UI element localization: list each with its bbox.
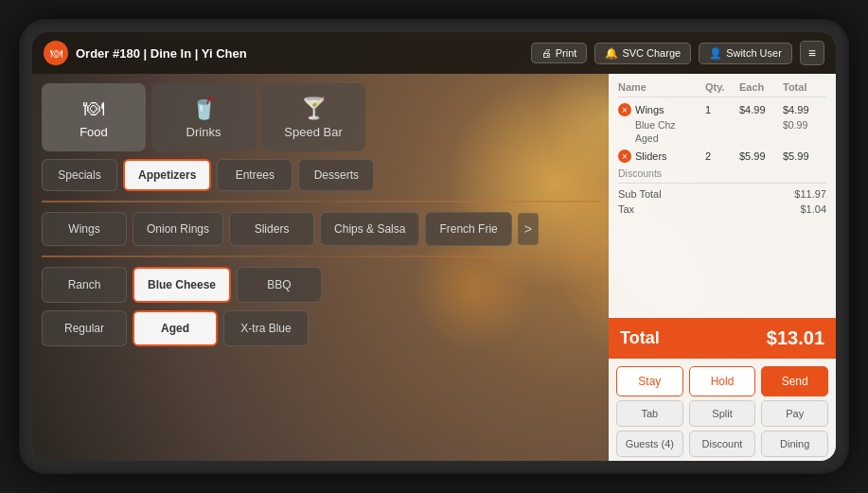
discount-label: Discount xyxy=(702,438,743,449)
tax-value: $1.04 xyxy=(800,203,826,215)
sliders-qty: 2 xyxy=(705,150,739,162)
logo-icon: 🍽 xyxy=(50,46,62,61)
subtotal-row: Sub Total $11.97 xyxy=(618,186,826,202)
subcategory-specials[interactable]: Specials xyxy=(42,159,117,191)
modifier-aged[interactable]: Aged xyxy=(133,310,218,346)
tax-label: Tax xyxy=(618,203,634,215)
order-info: Order #180 | Dine In | Yi Chen xyxy=(76,46,523,61)
dining-label: Dining xyxy=(780,438,809,449)
hold-button[interactable]: Hold xyxy=(689,366,756,396)
speedbar-label: Speed Bar xyxy=(284,125,342,139)
bluechz-name: Blue Chz xyxy=(635,119,783,131)
bluechz-price: $0.99 xyxy=(783,119,826,131)
speedbar-icon: 🍸 xyxy=(301,97,327,121)
sliders-name-cell: × Sliders xyxy=(618,150,705,163)
tablet-screen: 🍽 Order #180 | Dine In | Yi Chen 🖨 Print… xyxy=(32,32,836,461)
item-onion-rings[interactable]: Onion Rings xyxy=(133,212,223,246)
item-wings[interactable]: Wings xyxy=(42,212,127,246)
order-separator: | xyxy=(144,46,151,61)
order-item-wings: × Wings 1 $4.99 $4.99 xyxy=(618,101,826,118)
tab-label: Tab xyxy=(641,408,658,419)
guests-button[interactable]: Guests (4) xyxy=(616,431,683,457)
order-table-header: Name Qty. Each Total xyxy=(618,81,826,97)
right-panel: Name Qty. Each Total × Wings 1 $4.99 $4. xyxy=(609,74,836,461)
discount-button[interactable]: Discount xyxy=(689,431,756,457)
stay-label: Stay xyxy=(638,375,661,388)
drinks-label: Drinks xyxy=(186,125,221,139)
svc-charge-button[interactable]: 🔔 SVC Charge xyxy=(594,43,691,64)
order-table: Name Qty. Each Total × Wings 1 $4.99 $4. xyxy=(609,74,836,318)
order-number: 180 xyxy=(119,46,140,61)
modifier-ranch[interactable]: Ranch xyxy=(42,267,127,303)
stay-button[interactable]: Stay xyxy=(616,366,683,396)
drinks-icon: 🥤 xyxy=(191,97,217,121)
food-icon: 🍽 xyxy=(83,97,104,121)
item-chips-salsa[interactable]: Chips & Salsa xyxy=(320,212,419,246)
separator-2 xyxy=(42,255,599,257)
bottom-buttons-row2: Guests (4) Discount Dining xyxy=(609,431,836,461)
item-french-fries[interactable]: French Frie xyxy=(425,212,511,246)
hamburger-icon: ≡ xyxy=(808,45,816,61)
category-drinks[interactable]: 🥤 Drinks xyxy=(151,83,256,151)
category-speedbar[interactable]: 🍸 Speed Bar xyxy=(261,83,365,151)
item-sliders[interactable]: Sliders xyxy=(229,212,314,246)
remove-wings-button[interactable]: × xyxy=(618,103,631,116)
modifier-blue-cheese[interactable]: Blue Cheese xyxy=(133,267,231,303)
dining-button[interactable]: Dining xyxy=(761,431,828,457)
subcategory-appetizers[interactable]: Appetizers xyxy=(123,159,211,191)
switch-user-button[interactable]: 👤 Switch User xyxy=(699,43,792,64)
print-icon: 🖨 xyxy=(541,47,552,59)
wings-name-cell: × Wings xyxy=(618,103,705,116)
food-label: Food xyxy=(80,125,108,139)
app-logo: 🍽 xyxy=(44,41,68,65)
aged-name: Aged xyxy=(635,132,659,144)
bell-icon: 🔔 xyxy=(605,47,618,60)
wings-total: $4.99 xyxy=(783,104,826,115)
print-label: Print xyxy=(556,47,577,59)
separator-1 xyxy=(42,201,599,202)
wings-qty: 1 xyxy=(705,104,739,115)
modifier-xtra-blue[interactable]: X-tra Blue xyxy=(223,310,309,346)
modifier-style-row: Regular Aged X-tra Blue xyxy=(42,310,599,346)
remove-sliders-button[interactable]: × xyxy=(618,150,631,163)
category-tabs: 🍽 Food 🥤 Drinks 🍸 Speed Bar xyxy=(42,83,599,151)
col-total: Total xyxy=(783,81,826,93)
sliders-name: Sliders xyxy=(635,150,667,162)
tab-button[interactable]: Tab xyxy=(616,400,683,427)
order-type: Dine In xyxy=(151,46,191,61)
wings-mod-aged: Aged xyxy=(618,132,826,145)
header-bar: 🍽 Order #180 | Dine In | Yi Chen 🖨 Print… xyxy=(32,32,836,74)
action-buttons-row: Stay Hold Send xyxy=(609,359,836,400)
items-row: Wings Onion Rings Sliders Chips & Salsa … xyxy=(42,212,599,246)
subcategory-desserts[interactable]: Desserts xyxy=(298,159,374,191)
category-food[interactable]: 🍽 Food xyxy=(42,83,146,151)
order-label: Order # xyxy=(76,46,119,61)
tax-row: Tax $1.04 xyxy=(618,202,826,217)
menu-button[interactable]: ≡ xyxy=(800,41,824,65)
total-label: Total xyxy=(620,328,660,348)
tablet-frame: 🍽 Order #180 | Dine In | Yi Chen 🖨 Print… xyxy=(19,19,849,474)
hold-label: Hold xyxy=(711,375,735,388)
subtotal-label: Sub Total xyxy=(618,188,662,200)
scroll-right-arrow[interactable]: > xyxy=(518,213,539,245)
order-item-sliders: × Sliders 2 $5.99 $5.99 xyxy=(618,148,826,165)
wings-mod-bluechz: Blue Chz $0.99 xyxy=(618,118,826,132)
send-button[interactable]: Send xyxy=(761,366,828,396)
subcategory-row: Specials Appetizers Entrees Desserts xyxy=(42,159,599,191)
subcategory-entrees[interactable]: Entrees xyxy=(217,159,292,191)
modifier-bbq[interactable]: BBQ xyxy=(237,267,322,303)
print-button[interactable]: 🖨 Print xyxy=(531,43,588,63)
order-user: Yi Chen xyxy=(202,46,247,61)
total-amount: $13.01 xyxy=(767,327,824,349)
bottom-buttons-row1: Tab Split Pay xyxy=(609,400,836,431)
user-icon: 👤 xyxy=(709,47,722,60)
order-divider xyxy=(618,183,826,184)
split-label: Split xyxy=(712,408,732,419)
total-bar: Total $13.01 xyxy=(609,318,836,359)
guests-label: Guests (4) xyxy=(626,438,674,449)
pay-label: Pay xyxy=(786,408,804,419)
modifier-regular[interactable]: Regular xyxy=(42,310,127,346)
split-button[interactable]: Split xyxy=(689,400,756,427)
discounts-label: Discounts xyxy=(618,165,826,180)
pay-button[interactable]: Pay xyxy=(761,400,828,427)
